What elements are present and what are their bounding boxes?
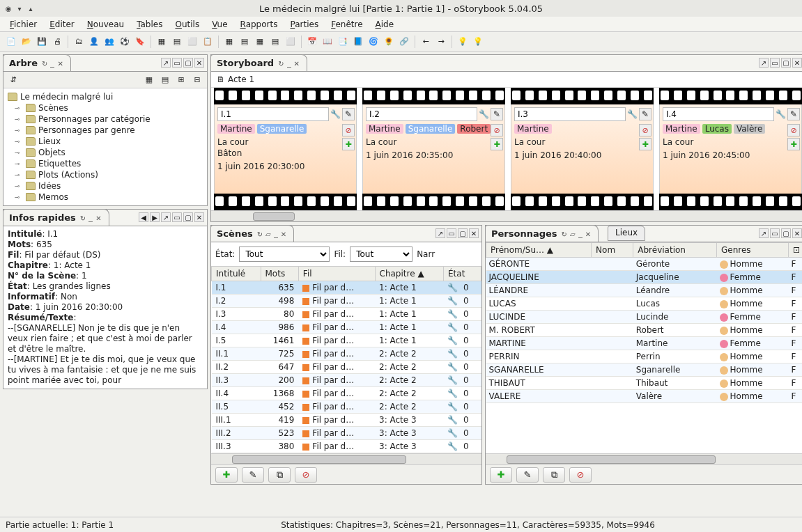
- tree-node[interactable]: ⊸Idées: [8, 180, 203, 191]
- toolbar-btn-24[interactable]: 🔗: [397, 35, 411, 49]
- scenes-table[interactable]: IntituléMotsFilChapitre ▲ÉtatI.1635Fil p…: [211, 266, 481, 453]
- tree-node[interactable]: ⊸Memos: [8, 191, 203, 203]
- tree-node[interactable]: ⊸Objets: [8, 147, 203, 158]
- block-icon[interactable]: ⊘: [639, 124, 651, 136]
- toolbar-btn-16[interactable]: ▤: [268, 35, 282, 49]
- win-ext-icon[interactable]: ↗: [435, 228, 445, 238]
- close-icon[interactable]: ✕: [293, 60, 301, 68]
- table-row[interactable]: SGANARELLESganarelleHommeF: [486, 363, 803, 377]
- menu-rapports[interactable]: Rapports: [235, 18, 284, 31]
- toolbar-btn-23[interactable]: 🌻: [382, 35, 396, 49]
- refresh-icon[interactable]: ↻: [40, 60, 49, 68]
- block-icon[interactable]: ⊘: [491, 124, 503, 136]
- close-icon[interactable]: ✕: [94, 214, 102, 222]
- tree-node[interactable]: ⊸Lieux: [8, 136, 203, 147]
- col-header[interactable]: Genres: [717, 243, 789, 258]
- toolbar-btn-11[interactable]: ⬜: [185, 35, 199, 49]
- table-row[interactable]: II.2647Fil par d…2: Acte 2🔧 0: [212, 361, 481, 374]
- menu-aide[interactable]: Aide: [370, 18, 400, 31]
- table-row[interactable]: LUCASLucasHommeF: [486, 297, 803, 311]
- win-max-icon[interactable]: ▢: [183, 212, 193, 222]
- menu-parties[interactable]: Parties: [284, 18, 324, 31]
- tree-node[interactable]: ⊸Plots (Actions): [8, 169, 203, 180]
- tab-lieux[interactable]: Lieux: [608, 226, 645, 241]
- win-ext-icon[interactable]: ↗: [759, 58, 769, 68]
- block-icon[interactable]: ⊘: [787, 124, 800, 136]
- storyboard-hscroll[interactable]: [211, 210, 802, 221]
- refresh-icon[interactable]: ↻: [560, 230, 569, 238]
- win-min-icon[interactable]: ▭: [770, 228, 780, 238]
- refresh-icon[interactable]: ↻: [256, 230, 264, 238]
- menu-vue[interactable]: Vue: [206, 18, 233, 31]
- tree-mode-icon[interactable]: ⇵: [6, 73, 20, 87]
- edit-icon[interactable]: ✎: [639, 108, 651, 120]
- win-ext-icon[interactable]: ↗: [161, 212, 171, 222]
- nav-right-icon[interactable]: ▶: [150, 212, 160, 222]
- expand-icon[interactable]: ⊞: [174, 73, 188, 87]
- menu-fichier[interactable]: Fichier: [4, 18, 43, 31]
- edit-button[interactable]: ✎: [516, 467, 539, 483]
- col-header[interactable]: Fil: [298, 267, 375, 281]
- add-button[interactable]: ✚: [215, 467, 238, 483]
- wrench-icon[interactable]: 🔧: [776, 109, 786, 119]
- toolbar-btn-1[interactable]: 📂: [20, 35, 33, 49]
- toolbar-btn-27[interactable]: 💡: [456, 35, 470, 49]
- table-row[interactable]: THIBAUTThibautHommeF: [486, 377, 803, 390]
- copy-button[interactable]: ⧉: [268, 467, 291, 483]
- edit-button[interactable]: ✎: [242, 467, 264, 483]
- col-header[interactable]: Prénom/Su… ▲: [486, 243, 592, 258]
- toolbar-btn-25[interactable]: ←: [419, 35, 433, 49]
- col-header[interactable]: Intitulé: [212, 267, 261, 281]
- add-icon[interactable]: ✚: [787, 138, 800, 150]
- toolbar-btn-13[interactable]: ▦: [222, 35, 236, 49]
- toolbar-btn-26[interactable]: →: [434, 35, 448, 49]
- scene-input[interactable]: [217, 107, 329, 121]
- menu-editer[interactable]: Editer: [44, 18, 80, 31]
- pin-icon[interactable]: ⎯: [577, 230, 584, 238]
- pin-icon[interactable]: ⎯: [87, 214, 94, 222]
- table-row[interactable]: III.1419Fil par d…3: Acte 3🔧 0: [212, 414, 481, 427]
- table-row[interactable]: I.4986Fil par d…1: Acte 1🔧 0: [212, 321, 481, 334]
- menu-outils[interactable]: Outils: [169, 18, 205, 31]
- close-icon[interactable]: ✕: [584, 230, 592, 238]
- toolbar-btn-6[interactable]: 👥: [102, 35, 116, 49]
- opts-icon[interactable]: ⎯: [286, 60, 293, 68]
- toolbar-btn-9[interactable]: ▦: [155, 35, 169, 49]
- menu-nouveau[interactable]: Nouveau: [82, 18, 130, 31]
- tree-node[interactable]: ⊸Etiquettes: [8, 158, 203, 169]
- toolbar-btn-14[interactable]: ▤: [238, 35, 252, 49]
- toolbar-btn-12[interactable]: 📋: [201, 35, 215, 49]
- pers-hscroll[interactable]: [486, 453, 802, 464]
- delete-button[interactable]: ⊘: [569, 467, 592, 483]
- toolbar-btn-2[interactable]: 💾: [35, 35, 49, 49]
- col-header[interactable]: Mots: [261, 267, 298, 281]
- toolbar-btn-10[interactable]: ▤: [170, 35, 184, 49]
- table-row[interactable]: I.1635Fil par d…1: Acte 1🔧 0: [212, 281, 481, 295]
- table-row[interactable]: LÉANDRELéandreHommeF: [486, 284, 803, 297]
- tree-node[interactable]: ⊸Personnages par genre: [8, 125, 203, 136]
- menu-tables[interactable]: Tables: [131, 18, 168, 31]
- col-header[interactable]: Abréviation: [633, 243, 717, 258]
- win-max-icon[interactable]: ▢: [781, 58, 791, 68]
- table-row[interactable]: GÉRONTEGéronteHommeF: [486, 258, 803, 271]
- table-row[interactable]: I.380Fil par d…1: Acte 1🔧 0: [212, 308, 481, 321]
- fil-select[interactable]: Tout: [350, 247, 412, 262]
- col-header[interactable]: État: [443, 267, 481, 281]
- toolbar-btn-17[interactable]: ⬜: [284, 35, 298, 49]
- col-header[interactable]: Nom: [592, 243, 633, 258]
- pin-icon[interactable]: ⎯: [49, 60, 56, 68]
- personnages-table[interactable]: Prénom/Su… ▲NomAbréviationGenres⊡GÉRONTE…: [486, 242, 802, 403]
- toolbar-btn-7[interactable]: ⚽: [118, 35, 132, 49]
- scene-input[interactable]: [514, 107, 626, 121]
- wrench-icon[interactable]: 🔧: [330, 109, 341, 119]
- win-close-icon[interactable]: ✕: [792, 228, 802, 238]
- win-max-icon[interactable]: ▢: [458, 228, 468, 238]
- table-row[interactable]: M. ROBERTRobertHommeF: [486, 324, 803, 337]
- storyboard-clip[interactable]: 🔧✎MartineSganarelleLa courBâton1 juin 20…: [214, 88, 357, 210]
- win-max-icon[interactable]: ▢: [781, 228, 791, 238]
- nav-left-icon[interactable]: ◀: [139, 212, 148, 222]
- table-row[interactable]: II.41368Fil par d…2: Acte 2🔧 0: [212, 387, 481, 400]
- col-header[interactable]: Chapitre ▲: [375, 267, 443, 281]
- win-ext-icon[interactable]: ↗: [161, 58, 171, 68]
- close-icon[interactable]: ✕: [279, 230, 288, 238]
